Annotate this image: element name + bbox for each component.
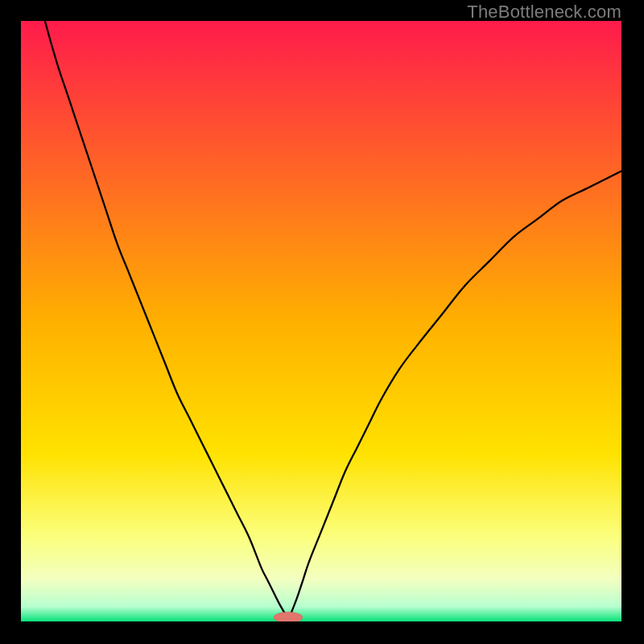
chart-svg (21, 21, 621, 621)
optimum-marker (274, 612, 303, 621)
watermark-text: TheBottleneck.com (467, 2, 621, 23)
chart-frame (20, 20, 622, 622)
